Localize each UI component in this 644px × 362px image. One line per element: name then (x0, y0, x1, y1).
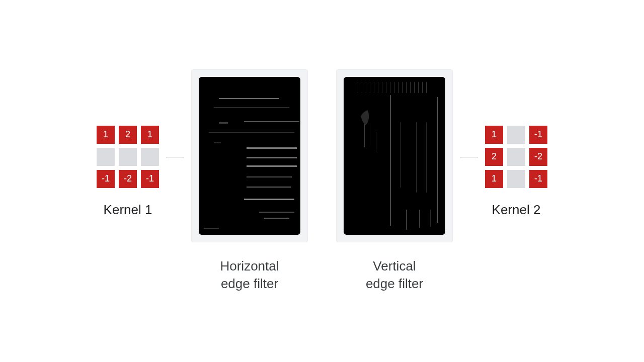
svg-rect-12 (264, 218, 289, 219)
svg-rect-27 (398, 82, 398, 93)
kernel-1-label: Kernel 1 (104, 202, 152, 218)
svg-rect-42 (376, 132, 376, 152)
kernel-cell: 2 (119, 126, 137, 144)
connector-line (460, 157, 478, 157)
kernel-cell: 1 (141, 126, 159, 144)
svg-rect-5 (247, 147, 297, 149)
svg-rect-23 (382, 82, 382, 93)
svg-rect-45 (430, 210, 431, 227)
kernel-1-grid: 121-1-2-1 (97, 126, 159, 188)
kernel-cell: 1 (485, 170, 503, 188)
svg-rect-0 (199, 77, 300, 235)
svg-rect-1 (219, 98, 279, 99)
svg-rect-44 (419, 210, 420, 228)
svg-rect-3 (244, 121, 299, 122)
kernel-cell: -2 (529, 148, 547, 166)
svg-rect-30 (410, 82, 411, 93)
svg-rect-36 (437, 97, 438, 223)
svg-rect-7 (247, 165, 297, 167)
vertical-filter-block: Vertical edge filter (336, 69, 453, 293)
svg-rect-33 (422, 82, 423, 93)
horizontal-filter-block: Horizontal edge filter (191, 69, 308, 293)
kernel-cell (507, 170, 525, 188)
kernel-cell: 1 (485, 126, 503, 144)
svg-rect-26 (394, 82, 394, 93)
svg-rect-39 (426, 122, 427, 193)
connector-line (166, 157, 184, 157)
svg-rect-41 (370, 123, 370, 145)
svg-rect-2 (214, 107, 289, 108)
kernel-cell (119, 148, 137, 166)
horizontal-edge-svg (199, 77, 300, 235)
svg-rect-18 (362, 82, 362, 93)
kernel-cell: 2 (485, 148, 503, 166)
kernel-cell: -1 (529, 126, 547, 144)
svg-rect-9 (247, 187, 291, 188)
horizontal-filter-image (191, 69, 308, 242)
svg-rect-24 (386, 82, 386, 93)
svg-rect-35 (390, 95, 391, 226)
svg-rect-4 (209, 132, 294, 133)
kernel-cell: -1 (529, 170, 547, 188)
svg-rect-34 (426, 82, 427, 93)
svg-rect-43 (406, 210, 407, 230)
kernel-2-label: Kernel 2 (492, 202, 541, 218)
kernel-cell (507, 126, 525, 144)
svg-rect-31 (414, 82, 415, 93)
svg-rect-29 (406, 82, 407, 93)
svg-rect-25 (390, 82, 390, 93)
kernel-2-block: 1-12-21-1 Kernel 2 (485, 126, 547, 218)
kernel-cell (507, 148, 525, 166)
svg-rect-16 (344, 77, 445, 235)
svg-rect-17 (358, 82, 358, 93)
kernel-2-grid: 1-12-21-1 (485, 126, 547, 188)
svg-rect-13 (204, 228, 219, 229)
svg-rect-22 (378, 82, 378, 93)
svg-rect-21 (374, 82, 374, 93)
kernel-1-block: 121-1-2-1 Kernel 1 (97, 126, 159, 218)
kernel-cell: 1 (97, 126, 115, 144)
kernel-cell (97, 148, 115, 166)
svg-rect-28 (402, 82, 403, 93)
svg-rect-15 (214, 142, 221, 143)
kernel-cell: -1 (97, 170, 115, 188)
svg-rect-32 (418, 82, 419, 93)
edge-filter-diagram: 121-1-2-1 Kernel 1 (97, 69, 547, 293)
kernel-cell: -2 (119, 170, 137, 188)
vertical-filter-label: Vertical edge filter (366, 257, 423, 293)
svg-rect-8 (247, 176, 292, 177)
svg-rect-14 (219, 122, 228, 124)
kernel-cell (141, 148, 159, 166)
svg-rect-20 (370, 82, 370, 93)
vertical-edge-svg (344, 77, 445, 235)
vertical-filter-image (336, 69, 453, 242)
svg-rect-10 (244, 199, 294, 200)
svg-rect-38 (416, 122, 417, 193)
kernel-cell: -1 (141, 170, 159, 188)
svg-rect-6 (247, 157, 297, 158)
horizontal-filter-label: Horizontal edge filter (220, 257, 279, 293)
svg-rect-37 (400, 122, 400, 188)
svg-rect-11 (259, 212, 294, 213)
svg-rect-19 (366, 82, 366, 93)
